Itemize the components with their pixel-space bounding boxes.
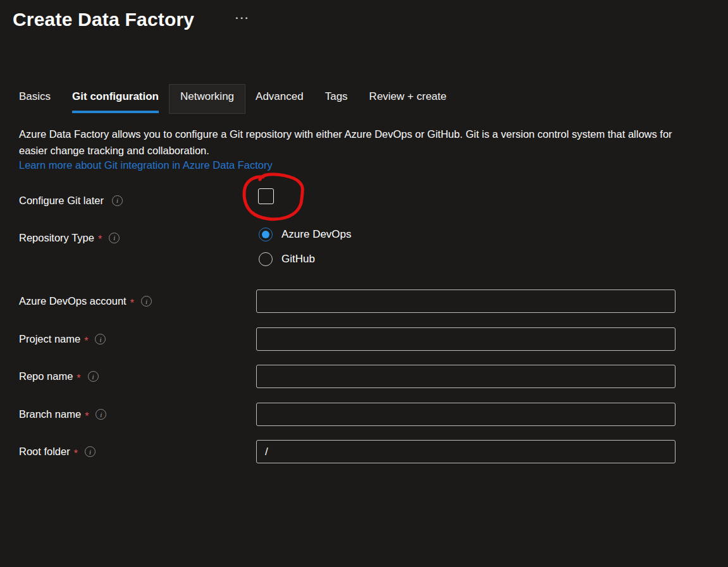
project-name-label: Project name * i [19,327,106,351]
root-folder-input[interactable] [256,440,676,463]
learn-more-link[interactable]: Learn more about Git integration in Azur… [19,159,273,171]
project-name-input[interactable] [256,327,676,351]
azure-devops-account-input[interactable] [256,290,676,313]
configure-git-later-checkbox[interactable] [258,188,274,204]
tab-networking[interactable]: Networking [170,85,245,113]
radio-dot [262,231,269,238]
radio-unselected-icon [259,252,273,266]
required-asterisk: * [74,448,78,460]
radio-option-github[interactable]: GitHub [259,252,352,267]
field-label-text: Branch name [19,408,81,420]
info-icon[interactable]: i [141,296,152,307]
more-options-button[interactable]: ··· [235,13,250,23]
info-icon[interactable]: i [96,409,106,420]
tab-basics[interactable]: Basics [19,85,51,113]
info-icon[interactable]: i [88,371,99,382]
root-folder-label: Root folder * i [19,440,96,463]
description-text: Azure Data Factory allows you to configu… [19,126,683,159]
required-asterisk: * [98,234,102,245]
radio-selected-icon [259,228,273,241]
info-icon[interactable]: i [85,446,96,457]
required-asterisk: * [130,298,134,309]
repo-name-input[interactable] [256,365,676,388]
repo-name-label: Repo name * i [19,365,99,388]
page-title: Create Data Factory [13,9,194,30]
configure-git-later-label: Configure Git later i [19,192,123,209]
tab-git-configuration[interactable]: Git configuration [72,85,159,113]
branch-name-label: Branch name * i [19,403,106,426]
required-asterisk: * [85,411,89,422]
repository-type-label: Repository Type * i [19,229,120,246]
info-icon[interactable]: i [112,195,123,206]
tab-review-create[interactable]: Review + create [369,85,447,113]
repository-type-label-text: Repository Type [19,232,94,244]
tab-advanced[interactable]: Advanced [256,85,304,113]
branch-name-input[interactable] [256,403,676,426]
repository-type-radio-group: Azure DevOps GitHub [259,227,352,267]
tab-bar: Basics Git configuration Networking Adva… [19,85,447,113]
hand-drawn-red-circle-annotation [238,171,312,229]
field-label-text: Azure DevOps account [19,295,126,307]
info-icon[interactable]: i [95,334,106,344]
radio-option-azure-devops[interactable]: Azure DevOps [259,227,352,242]
azure-devops-account-label: Azure DevOps account * i [19,290,152,313]
configure-git-later-label-text: Configure Git later [19,195,104,207]
info-icon[interactable]: i [109,233,120,243]
required-asterisk: * [77,373,80,384]
field-label-text: Project name [19,333,80,345]
create-data-factory-page: Create Data Factory ··· Basics Git confi… [0,0,728,567]
tab-tags[interactable]: Tags [325,85,348,113]
radio-option-label: GitHub [281,253,315,265]
required-asterisk: * [84,336,88,347]
field-label-text: Repo name [19,370,73,382]
radio-option-label: Azure DevOps [281,228,352,241]
field-label-text: Root folder [19,446,70,458]
